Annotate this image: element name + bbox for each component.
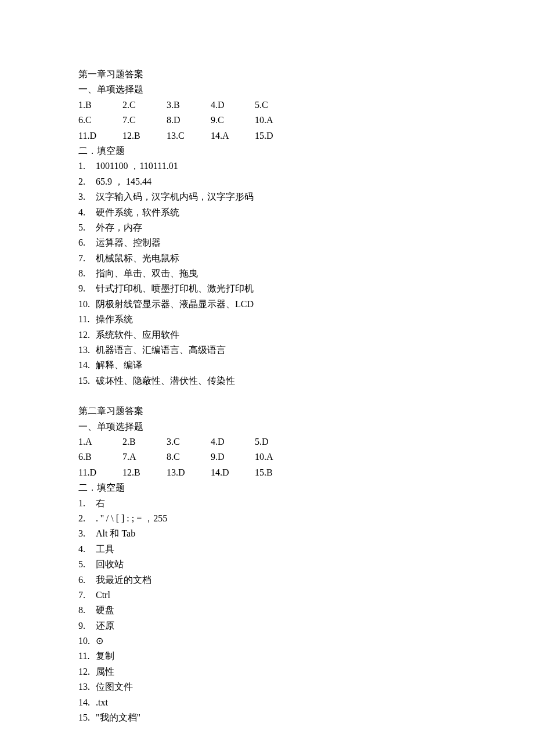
mc-answer: 15.B bbox=[255, 465, 273, 480]
fill-text: 阴极射线管显示器、液晶显示器、LCD bbox=[96, 297, 459, 312]
fill-text: 针式打印机、喷墨打印机、激光打印机 bbox=[96, 281, 459, 296]
fill-num: 9. bbox=[78, 618, 96, 633]
fill-text: 操作系统 bbox=[96, 312, 459, 327]
mc-answer: 3.C bbox=[167, 434, 211, 449]
chapter1-mc-heading: 一、单项选择题 bbox=[78, 82, 459, 97]
fill-item: 10.阴极射线管显示器、液晶显示器、LCD bbox=[78, 297, 459, 312]
fill-num: 6. bbox=[78, 573, 96, 588]
fill-text: 硬件系统，软件系统 bbox=[96, 205, 459, 220]
fill-num: 12. bbox=[78, 327, 96, 343]
chapter2-mc-row: 11.D 12.B 13.D 14.D 15.B bbox=[78, 465, 459, 480]
fill-item: 12.属性 bbox=[78, 664, 459, 679]
fill-num: 13. bbox=[78, 343, 96, 358]
fill-text: Ctrl bbox=[96, 588, 459, 603]
fill-item: 7.机械鼠标、光电鼠标 bbox=[78, 251, 459, 266]
fill-num: 8. bbox=[78, 603, 96, 618]
fill-item: 2.. '' / \ [ ] : ; = ，255 bbox=[78, 511, 459, 526]
fill-item: 2.65.9 ， 145.44 bbox=[78, 174, 459, 189]
fill-text: Alt 和 Tab bbox=[96, 526, 459, 541]
fill-item: 10.⊙ bbox=[78, 633, 459, 649]
fill-text: 1001100 ，110111.01 bbox=[96, 159, 459, 174]
mc-answer: 5.C bbox=[255, 98, 268, 113]
fill-text: 属性 bbox=[96, 664, 459, 679]
fill-item: 14.解释、编译 bbox=[78, 358, 459, 373]
fill-text: 我最近的文档 bbox=[96, 573, 459, 588]
mc-answer: 9.C bbox=[211, 113, 255, 128]
fill-num: 13. bbox=[78, 679, 96, 694]
fill-num: 1. bbox=[78, 496, 96, 511]
fill-num: 15. bbox=[78, 710, 96, 725]
mc-answer: 3.B bbox=[167, 98, 211, 113]
fill-num: 11. bbox=[78, 649, 96, 664]
mc-answer: 14.A bbox=[211, 128, 255, 143]
fill-num: 14. bbox=[78, 358, 96, 373]
fill-item: 9.针式打印机、喷墨打印机、激光打印机 bbox=[78, 281, 459, 296]
fill-num: 10. bbox=[78, 297, 96, 312]
fill-num: 7. bbox=[78, 588, 96, 603]
chapter2-fill-heading: 二．填空题 bbox=[78, 480, 459, 495]
mc-answer: 6.C bbox=[78, 113, 122, 128]
fill-text: 系统软件、应用软件 bbox=[96, 327, 459, 343]
mc-answer: 6.B bbox=[78, 449, 122, 465]
fill-num: 8. bbox=[78, 266, 96, 281]
fill-text: 硬盘 bbox=[96, 603, 459, 618]
fill-item: 3.汉字输入码，汉字机内码，汉字字形码 bbox=[78, 189, 459, 204]
fill-text: 还原 bbox=[96, 618, 459, 633]
fill-item: 11.操作系统 bbox=[78, 312, 459, 327]
fill-item: 6.运算器、控制器 bbox=[78, 235, 459, 250]
chapter2-mc-row: 6.B 7.A 8.C 9.D 10.A bbox=[78, 449, 459, 465]
fill-text: 位图文件 bbox=[96, 679, 459, 694]
mc-answer: 10.A bbox=[255, 449, 273, 465]
mc-answer: 8.D bbox=[167, 113, 211, 128]
chapter2-mc-row: 1.A 2.B 3.C 4.D 5.D bbox=[78, 434, 459, 449]
mc-answer: 4.D bbox=[211, 434, 255, 449]
fill-item: 6.我最近的文档 bbox=[78, 573, 459, 588]
mc-answer: 15.D bbox=[255, 128, 273, 143]
fill-item: 12.系统软件、应用软件 bbox=[78, 327, 459, 343]
mc-answer: 2.C bbox=[122, 98, 167, 113]
fill-item: 1.右 bbox=[78, 496, 459, 511]
fill-item: 9.还原 bbox=[78, 618, 459, 633]
chapter1-fill-heading: 二．填空题 bbox=[78, 143, 459, 159]
fill-item: 5.回收站 bbox=[78, 557, 459, 572]
fill-num: 5. bbox=[78, 220, 96, 235]
mc-answer: 2.B bbox=[122, 434, 167, 449]
fill-item: 5.外存，内存 bbox=[78, 220, 459, 235]
fill-num: 3. bbox=[78, 189, 96, 204]
fill-item: 14..txt bbox=[78, 695, 459, 710]
fill-num: 2. bbox=[78, 511, 96, 526]
fill-text: 复制 bbox=[96, 649, 459, 664]
mc-answer: 12.B bbox=[122, 465, 167, 480]
chapter2-title: 第二章习题答案 bbox=[78, 404, 459, 419]
fill-text: "我的文档" bbox=[96, 710, 459, 725]
fill-text: 工具 bbox=[96, 542, 459, 557]
fill-num: 2. bbox=[78, 174, 96, 189]
mc-answer: 12.B bbox=[122, 128, 167, 143]
mc-answer: 13.D bbox=[167, 465, 211, 480]
fill-num: 14. bbox=[78, 695, 96, 710]
fill-text: 汉字输入码，汉字机内码，汉字字形码 bbox=[96, 189, 459, 204]
fill-text: 指向、单击、双击、拖曳 bbox=[96, 266, 459, 281]
fill-item: 15.破坏性、隐蔽性、潜伏性、传染性 bbox=[78, 373, 459, 388]
mc-answer: 4.D bbox=[211, 98, 255, 113]
fill-text: .txt bbox=[96, 695, 459, 710]
section-gap bbox=[78, 388, 459, 404]
fill-num: 9. bbox=[78, 281, 96, 296]
mc-answer: 13.C bbox=[167, 128, 211, 143]
fill-num: 6. bbox=[78, 235, 96, 250]
mc-answer: 8.C bbox=[167, 449, 211, 465]
fill-item: 15."我的文档" bbox=[78, 710, 459, 725]
fill-item: 1.1001100 ，110111.01 bbox=[78, 159, 459, 174]
chapter2-mc-heading: 一、单项选择题 bbox=[78, 419, 459, 434]
fill-item: 3.Alt 和 Tab bbox=[78, 526, 459, 541]
chapter1-mc-row: 1.B 2.C 3.B 4.D 5.C bbox=[78, 98, 459, 113]
fill-item: 8.指向、单击、双击、拖曳 bbox=[78, 266, 459, 281]
fill-num: 15. bbox=[78, 373, 96, 388]
fill-num: 5. bbox=[78, 557, 96, 572]
fill-text: 机械鼠标、光电鼠标 bbox=[96, 251, 459, 266]
mc-answer: 14.D bbox=[211, 465, 255, 480]
fill-text: 回收站 bbox=[96, 557, 459, 572]
mc-answer: 9.D bbox=[211, 449, 255, 465]
fill-num: 4. bbox=[78, 205, 96, 220]
chapter1-mc-row: 11.D 12.B 13.C 14.A 15.D bbox=[78, 128, 459, 143]
